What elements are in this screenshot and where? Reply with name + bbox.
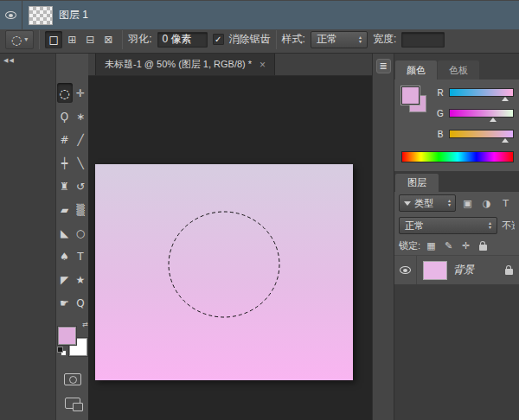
foreground-color-swatch-small[interactable] <box>401 86 420 105</box>
path-selection-tool[interactable]: ◤ <box>57 270 73 290</box>
layer-name[interactable]: 图层 1 <box>59 8 88 22</box>
crop-tool[interactable]: # <box>57 130 73 150</box>
divider <box>122 30 123 49</box>
intersect-selection-button[interactable]: ⊠ <box>99 31 117 48</box>
feather-input[interactable]: 0 像素 <box>157 32 208 48</box>
subtract-from-selection-button[interactable]: ⊟ <box>81 31 99 48</box>
feather-label: 羽化: <box>128 32 151 47</box>
filter-pixel-layers-icon[interactable]: ▣ <box>460 196 475 211</box>
visibility-toggle[interactable] <box>0 1 22 29</box>
layer-thumbnail[interactable] <box>29 6 53 25</box>
lock-all-icon[interactable] <box>477 239 490 252</box>
tab-swatches[interactable]: 色板 <box>438 60 479 80</box>
tab-color[interactable]: 颜色 <box>395 60 437 80</box>
move-tool[interactable]: ✛ <box>73 83 88 103</box>
pasteboard[interactable] <box>88 76 372 420</box>
background-lock-icon <box>505 269 513 275</box>
document-tab-bar: 未标题-1 @ 50% (图层 1, RGB/8) * × <box>88 54 372 76</box>
color-panel: R G B <box>394 80 519 171</box>
swap-colors-icon[interactable]: ⇄ <box>82 321 88 328</box>
collapsed-panel-strip: ≣ <box>372 54 394 420</box>
dodge-tool[interactable]: ○ <box>73 223 88 243</box>
elliptical-marquee-tool[interactable]: ◌ <box>57 83 73 103</box>
document-tab[interactable]: 未标题-1 @ 50% (图层 1, RGB/8) * × <box>95 54 275 75</box>
tool-grid: ◌ ✛ Ϙ ∗ # ╱ ┿ ╲ ♜ ↺ ▰ ▒ ◣ ○ ♠ T ◤ <box>56 81 88 315</box>
antialias-checkbox[interactable]: ✓ <box>213 34 224 45</box>
spinner-arrows-icon <box>489 221 491 230</box>
antialias-label: 消除锯齿 <box>229 32 271 47</box>
screen-mode-button[interactable] <box>65 398 80 409</box>
lock-transparent-pixels-icon[interactable]: ▦ <box>425 239 438 252</box>
blend-mode-row: 正常 不透明度: <box>394 214 519 237</box>
layer-filter-dropdown[interactable]: 类型 <box>399 194 456 212</box>
style-value: 正常 <box>317 32 354 47</box>
filter-type-layers-icon[interactable]: T <box>498 196 513 211</box>
default-colors-icon[interactable] <box>57 347 67 356</box>
visibility-toggle[interactable] <box>394 256 417 284</box>
channel-r-slider[interactable] <box>449 88 514 97</box>
blend-mode-value: 正常 <box>405 220 485 232</box>
layer-thumbnail[interactable] <box>423 261 447 280</box>
add-to-selection-button[interactable]: ⊞ <box>63 31 80 48</box>
quick-mask-button[interactable] <box>64 373 81 385</box>
canvas[interactable] <box>95 164 353 380</box>
divider <box>39 30 40 49</box>
hand-tool[interactable]: ☛ <box>57 293 73 313</box>
rgb-sliders: R G B <box>436 86 514 143</box>
layer-row[interactable]: 图层 1 <box>0 0 519 29</box>
slider-marker[interactable] <box>490 118 497 122</box>
slider-marker[interactable] <box>502 138 509 143</box>
filter-adjustment-layers-icon[interactable]: ◑ <box>479 196 494 211</box>
layer-row-background[interactable]: 背景 <box>394 255 519 284</box>
blur-tool[interactable]: ◣ <box>57 223 73 243</box>
custom-shape-tool[interactable]: ★ <box>73 270 88 290</box>
zoom-tool[interactable]: Q <box>73 293 88 313</box>
foreground-background-swatches: ⇄ <box>57 323 88 356</box>
pen-tool[interactable]: ♠ <box>57 246 73 266</box>
history-brush-tool[interactable]: ↺ <box>73 176 88 196</box>
slider-marker[interactable] <box>502 97 509 101</box>
width-input[interactable] <box>401 32 445 48</box>
lock-position-icon[interactable]: ✛ <box>459 239 472 252</box>
blend-mode-dropdown[interactable]: 正常 <box>399 217 497 234</box>
channel-r-label: R <box>436 88 445 98</box>
style-dropdown[interactable]: 正常 <box>311 31 368 48</box>
quick-selection-tool[interactable]: ∗ <box>73 106 88 126</box>
type-tool[interactable]: T <box>73 246 88 266</box>
lock-image-pixels-icon[interactable]: ✎ <box>442 239 455 252</box>
opacity-label: 不透明度: <box>502 220 515 232</box>
divider <box>276 30 277 49</box>
clone-stamp-tool[interactable]: ♜ <box>57 176 73 196</box>
lock-label: 锁定: <box>399 239 420 252</box>
new-selection-button[interactable]: □ <box>45 31 62 48</box>
collapse-dock-button[interactable]: ◀◀ <box>3 57 15 64</box>
lasso-tool[interactable]: Ϙ <box>57 106 73 126</box>
close-tab-icon[interactable]: × <box>260 59 266 71</box>
toolbox: ◌ ✛ Ϙ ∗ # ╱ ┿ ╲ ♜ ↺ ▰ ▒ ◣ ○ ♠ T ◤ <box>55 54 88 420</box>
tool-preset-dropdown[interactable]: ◌ ▾ <box>5 30 34 49</box>
lock-row: 锁定: ▦ ✎ ✛ <box>394 237 519 255</box>
tab-layers[interactable]: 图层 <box>395 174 439 192</box>
eraser-tool[interactable]: ▰ <box>57 200 73 220</box>
channel-b-slider[interactable] <box>449 130 514 138</box>
canvas-area: 未标题-1 @ 50% (图层 1, RGB/8) * × <box>88 54 372 420</box>
hue-ramp[interactable] <box>401 151 514 162</box>
channel-g-label: G <box>436 109 445 118</box>
photoshop-window: Ps 文件(F) 编辑(E) 图像(I) 图层(L) 文字(Y) 选择(S) 滤… <box>0 0 519 420</box>
channel-g-slider[interactable] <box>449 109 514 118</box>
spinner-arrows-icon <box>448 199 451 207</box>
gradient-tool[interactable]: ▒ <box>73 200 88 220</box>
selection-marching-ants <box>95 164 353 380</box>
layer-name[interactable]: 背景 <box>453 263 474 277</box>
collapsed-panel-icon[interactable]: ≣ <box>376 59 391 73</box>
panel-dock: 颜色 色板 R <box>394 54 519 420</box>
foreground-color-swatch[interactable] <box>58 327 76 345</box>
brush-tool[interactable]: ╲ <box>73 153 88 173</box>
spot-healing-brush-tool[interactable]: ┿ <box>57 153 73 173</box>
eyedropper-tool[interactable]: ╱ <box>73 130 88 150</box>
layers-panel: 类型 ▣ ◑ T 正常 不透明度: 锁定: ▦ <box>394 192 519 420</box>
layers-panel-header: 图层 <box>394 171 519 192</box>
filter-funnel-icon <box>404 201 411 206</box>
eye-icon <box>5 11 16 19</box>
channel-b-label: B <box>436 130 445 139</box>
